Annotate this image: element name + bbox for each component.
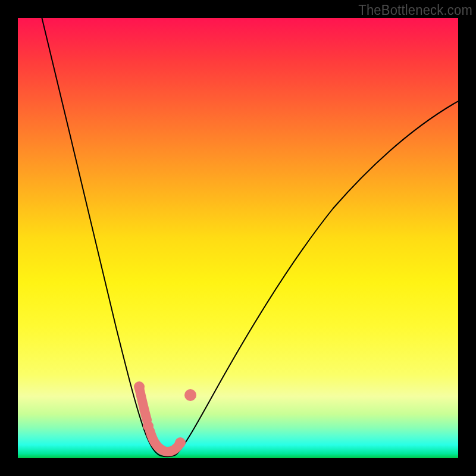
chart-frame: TheBottleneck.com bbox=[0, 0, 476, 476]
bead-dot-2 bbox=[143, 421, 154, 431]
plot-area bbox=[18, 18, 458, 458]
curve-right bbox=[176, 101, 458, 455]
bead-left-stroke bbox=[139, 388, 147, 420]
bead-dot-4 bbox=[175, 437, 186, 448]
bead-dot-1 bbox=[134, 381, 145, 392]
bead-dot-3 bbox=[184, 389, 196, 401]
curve-svg bbox=[18, 18, 458, 458]
watermark-text: TheBottleneck.com bbox=[358, 2, 472, 19]
